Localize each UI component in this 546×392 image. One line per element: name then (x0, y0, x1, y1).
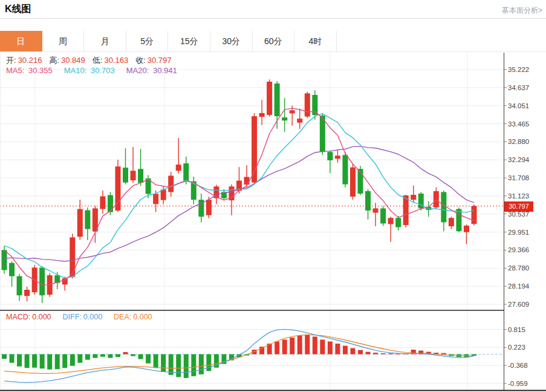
macd-bar (17, 354, 22, 367)
low-value: 30.163 (104, 56, 128, 65)
candle-body (100, 197, 105, 209)
candle-body (62, 278, 68, 284)
candle-body (388, 218, 394, 224)
macd-bar (388, 353, 393, 354)
macd-bar (100, 354, 105, 357)
macd-bar (123, 352, 128, 354)
macd-bar (161, 354, 166, 372)
macd-bar (381, 353, 386, 354)
candle-body (17, 276, 22, 296)
close-label: 收: (135, 56, 146, 65)
macd-value-readout: MACD:0.000 (6, 313, 53, 321)
macd-bar (313, 336, 317, 354)
candle-body (70, 237, 75, 276)
ma10-readout: MA10: 30.703 (64, 66, 117, 75)
macd-bar (32, 354, 37, 368)
macd-bar (176, 354, 181, 377)
open-value: 30.216 (18, 56, 42, 65)
macd-bar (25, 354, 30, 368)
candle-body (411, 195, 416, 200)
y-axis-label-main: 29.366 (508, 246, 529, 253)
diff-value-readout: DIFF:0.000 (63, 313, 105, 321)
candle-body (176, 165, 181, 171)
macd-bar (93, 354, 97, 358)
candle-body (259, 113, 265, 117)
dea-value-readout: DEA:0.000 (114, 313, 154, 321)
candle-body (441, 192, 446, 222)
macd-bar (138, 354, 143, 359)
candle-body (2, 250, 7, 270)
macd-bar (297, 335, 302, 354)
ma-readout: MA5: 30.355MA10: 30.703MA20: 30.941 (6, 66, 189, 75)
candle-body (290, 110, 295, 113)
candle-body (244, 177, 250, 185)
candle-body (153, 194, 158, 204)
y-axis-label-macd: 0.223 (508, 344, 525, 351)
macd-bar (70, 354, 75, 366)
y-axis-label-main: 29.951 (508, 229, 529, 236)
macd-bar (335, 344, 340, 354)
candle-body (275, 83, 280, 116)
macd-readout: MACD:0.000DIFF:0.000DEA:0.000 (6, 313, 164, 321)
candle-body (24, 290, 30, 296)
macd-bar (328, 341, 333, 354)
candle-body (39, 267, 45, 295)
y-axis-label-main: 33.465 (508, 120, 529, 128)
macd-bar (366, 352, 371, 354)
candle-body (297, 119, 302, 123)
macd-bar (305, 335, 310, 354)
candle-body (183, 163, 189, 181)
macd-bar (373, 353, 378, 354)
macd-bar (184, 354, 189, 378)
y-axis-label-macd: -0.959 (508, 380, 528, 387)
macd-bar (191, 354, 196, 376)
candle-body (373, 208, 379, 212)
candle-body (168, 175, 174, 192)
macd-bar (358, 350, 363, 354)
y-axis-label-main: 31.708 (508, 174, 529, 181)
candle-body (305, 93, 310, 116)
candle-body (395, 218, 401, 227)
macd-bar (282, 339, 287, 354)
candle-body (380, 208, 386, 223)
y-axis-label-main: 35.222 (508, 66, 529, 73)
candle-body (434, 191, 439, 207)
macd-bar (85, 354, 90, 360)
candle-body (464, 226, 469, 232)
macd-bar (199, 354, 204, 374)
candle-body (350, 168, 356, 197)
y-axis-label-macd: -0.368 (508, 362, 528, 369)
candle-body (161, 189, 166, 200)
macd-bar (320, 339, 325, 354)
y-axis-label-main: 27.609 (508, 301, 529, 308)
macd-bar (108, 354, 112, 358)
macd-bar (290, 338, 294, 354)
macd-bar (62, 354, 67, 368)
macd-bar (343, 346, 348, 354)
macd-bar (77, 354, 82, 363)
macd-bar (441, 353, 446, 354)
candle-body (123, 168, 128, 182)
candle-body (327, 152, 333, 160)
y-axis-label-main: 28.194 (508, 283, 530, 290)
macd-bar (154, 354, 158, 368)
candle-body (456, 209, 461, 231)
ma20-readout: MA20: 30.941 (126, 66, 179, 75)
macd-bar (131, 354, 135, 356)
candle-body (267, 82, 272, 115)
macd-bar (47, 354, 52, 370)
y-axis-label-main: 34.051 (508, 102, 529, 109)
candle-body (342, 155, 348, 184)
current-price-badge: 30.797 (504, 201, 533, 212)
candle-body (206, 200, 212, 215)
candle-body (403, 195, 409, 225)
macd-bar (275, 341, 279, 354)
candle-body (365, 191, 371, 211)
open-label: 开: (6, 56, 16, 65)
macd-bar (40, 354, 45, 369)
macd-bar (2, 354, 7, 359)
high-label: 高: (49, 56, 59, 65)
macd-bar (55, 354, 60, 370)
close-value: 30.797 (148, 56, 172, 65)
candle-body (335, 155, 340, 158)
